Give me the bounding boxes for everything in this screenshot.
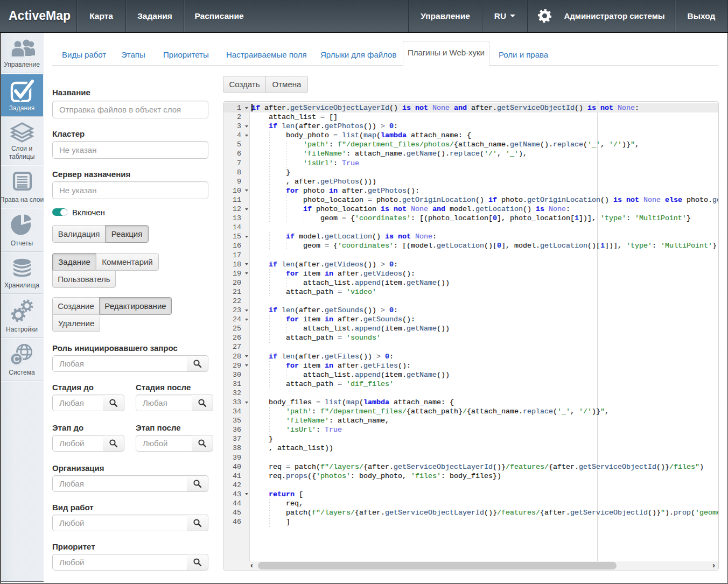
svg-text:C: C [13,354,19,364]
